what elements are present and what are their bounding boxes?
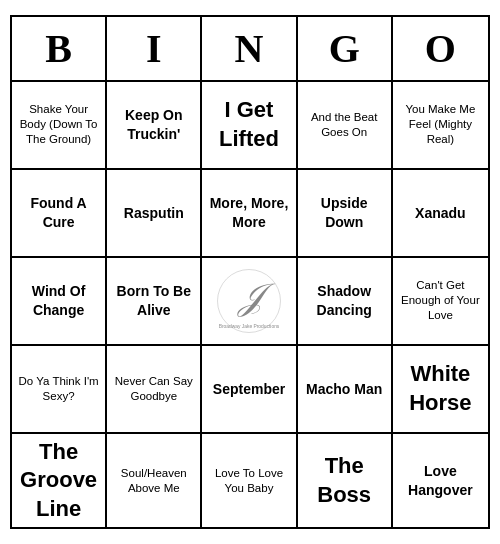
bingo-cell: Born To Be Alive	[107, 258, 202, 346]
bingo-cell: And the Beat Goes On	[298, 82, 393, 170]
bingo-cell: September	[202, 346, 297, 434]
bingo-cell: Upside Down	[298, 170, 393, 258]
bingo-cell: Shadow Dancing	[298, 258, 393, 346]
bingo-cell: Keep On Truckin'	[107, 82, 202, 170]
bingo-cell: Wind Of Change	[12, 258, 107, 346]
bingo-cell: White Horse	[393, 346, 488, 434]
bingo-cell: Soul/Heaven Above Me	[107, 434, 202, 528]
header-letter: O	[393, 17, 488, 80]
bingo-cell: Love To Love You Baby	[202, 434, 297, 528]
svg-text:𝒥: 𝒥	[236, 277, 275, 317]
bingo-grid: Shake Your Body (Down To The Ground)Keep…	[12, 82, 488, 528]
bingo-cell: Love Hangover	[393, 434, 488, 528]
bingo-cell: More, More, More	[202, 170, 297, 258]
header-letter: I	[107, 17, 202, 80]
bingo-cell: The Groove Line	[12, 434, 107, 528]
bingo-cell: 𝒥 Broadway Jake Productions	[202, 258, 297, 346]
header-letter: B	[12, 17, 107, 80]
bingo-cell: Xanadu	[393, 170, 488, 258]
bingo-cell: You Make Me Feel (Mighty Real)	[393, 82, 488, 170]
bingo-cell: The Boss	[298, 434, 393, 528]
bingo-cell: Never Can Say Goodbye	[107, 346, 202, 434]
bingo-cell: I Get Lifted	[202, 82, 297, 170]
bingo-cell: Macho Man	[298, 346, 393, 434]
bingo-cell: Rasputin	[107, 170, 202, 258]
bingo-cell: Shake Your Body (Down To The Ground)	[12, 82, 107, 170]
header-letter: N	[202, 17, 297, 80]
bingo-cell: Found A Cure	[12, 170, 107, 258]
header-letter: G	[298, 17, 393, 80]
svg-text:Broadway Jake Productions: Broadway Jake Productions	[219, 323, 280, 328]
bingo-cell: Can't Get Enough of Your Love	[393, 258, 488, 346]
free-space-logo: 𝒥 Broadway Jake Productions	[214, 266, 284, 336]
bingo-cell: Do Ya Think I'm Sexy?	[12, 346, 107, 434]
bingo-card: BINGO Shake Your Body (Down To The Groun…	[10, 15, 490, 530]
bingo-header: BINGO	[12, 17, 488, 82]
